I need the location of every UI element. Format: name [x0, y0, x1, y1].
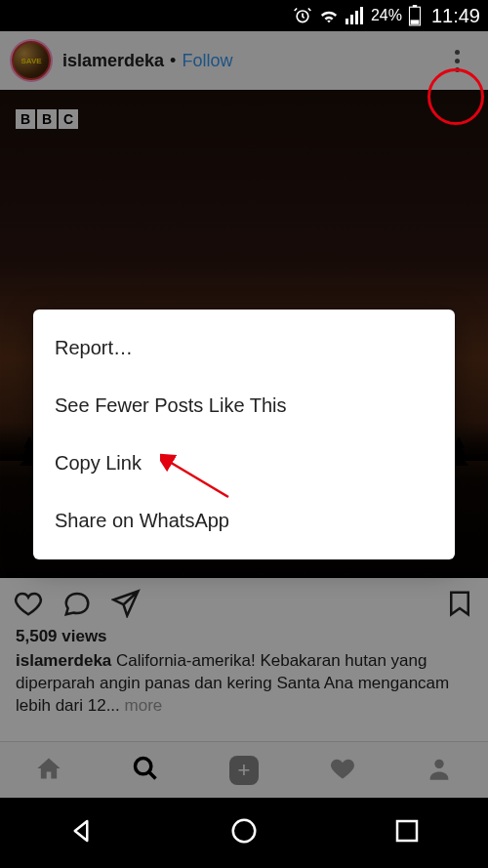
- svg-rect-4: [360, 7, 363, 24]
- search-tab[interactable]: [132, 755, 159, 786]
- bbc-letter: B: [37, 109, 57, 129]
- bottom-nav: +: [0, 741, 488, 798]
- post-options-menu: Report… See Fewer Posts Like This Copy L…: [33, 310, 455, 559]
- android-nav-bar: [0, 798, 488, 868]
- home-tab[interactable]: [35, 755, 62, 786]
- android-status-bar: 24% 11:49: [0, 0, 488, 31]
- home-button[interactable]: [229, 816, 259, 849]
- views-count[interactable]: 5,509 views: [0, 627, 488, 646]
- share-button[interactable]: [111, 589, 141, 622]
- separator-dot: •: [170, 51, 176, 71]
- caption-more[interactable]: more: [125, 696, 163, 715]
- wifi-icon: [318, 7, 340, 24]
- status-clock: 11:49: [431, 5, 480, 27]
- post-action-bar: [0, 578, 488, 627]
- kebab-icon: [455, 50, 460, 72]
- profile-tab[interactable]: [426, 755, 453, 786]
- activity-tab[interactable]: [329, 755, 356, 786]
- add-post-tab[interactable]: +: [229, 756, 259, 785]
- more-options-button[interactable]: [437, 41, 476, 80]
- svg-rect-6: [413, 5, 417, 7]
- bbc-logo: B B C: [16, 109, 78, 129]
- comment-button[interactable]: [62, 589, 92, 622]
- svg-rect-3: [355, 11, 358, 24]
- caption-username[interactable]: islamerdeka: [16, 651, 111, 670]
- battery-percentage: 24%: [371, 7, 402, 24]
- post-caption: islamerdeka California-amerika! Kebakara…: [0, 646, 488, 718]
- bbc-letter: C: [59, 109, 78, 129]
- svg-point-9: [435, 759, 444, 767]
- battery-icon: [408, 5, 422, 26]
- avatar[interactable]: SAVE: [12, 41, 51, 80]
- menu-item-see-fewer[interactable]: See Fewer Posts Like This: [33, 377, 455, 434]
- svg-rect-7: [411, 20, 420, 23]
- post-username[interactable]: islamerdeka: [62, 51, 164, 71]
- app-content: SAVE islamerdeka • Follow B B C: [0, 31, 488, 798]
- svg-rect-2: [350, 15, 353, 24]
- menu-item-copy-link[interactable]: Copy Link: [33, 434, 455, 492]
- like-button[interactable]: [14, 589, 43, 622]
- bbc-letter: B: [16, 109, 35, 129]
- signal-icon: [346, 7, 365, 24]
- menu-item-report[interactable]: Report…: [33, 319, 455, 377]
- save-button[interactable]: [445, 589, 474, 622]
- svg-point-8: [136, 758, 151, 773]
- caption-ellipsis: ...: [106, 696, 125, 715]
- post-header: SAVE islamerdeka • Follow: [0, 31, 488, 90]
- svg-point-11: [233, 820, 256, 843]
- svg-rect-12: [397, 821, 417, 841]
- svg-rect-1: [346, 19, 348, 24]
- alarm-icon: [293, 6, 312, 25]
- menu-item-share-whatsapp[interactable]: Share on WhatsApp: [33, 492, 455, 550]
- recent-apps-button[interactable]: [392, 816, 422, 849]
- follow-link[interactable]: Follow: [182, 51, 232, 71]
- back-button[interactable]: [66, 816, 96, 849]
